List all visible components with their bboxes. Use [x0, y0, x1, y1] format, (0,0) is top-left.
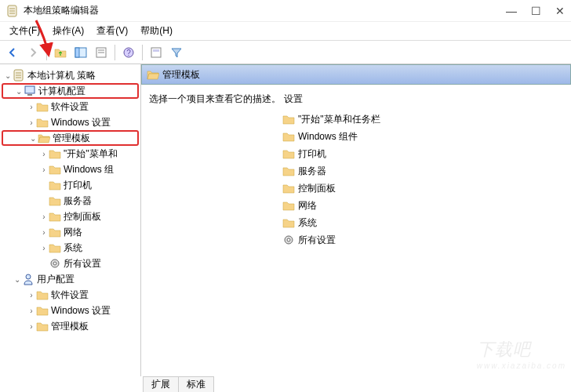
- folder-icon: [282, 113, 295, 125]
- tree-label: Windows 设置: [51, 116, 111, 129]
- settings-list[interactable]: 设置 "开始"菜单和任务栏 Windows 组件 打印机 服务器 控制面板 网络…: [282, 93, 563, 368]
- tree-label: 系统: [64, 241, 82, 255]
- computer-icon: [24, 85, 36, 97]
- tree-pane[interactable]: ⌄本地计算机 策略 ⌄计算机配置 ›软件设置 ›Windows 设置 ⌄管理模板…: [0, 64, 141, 376]
- item-label: 服务器: [298, 165, 326, 178]
- folder-open-icon: [38, 132, 50, 144]
- tree-root[interactable]: ⌄本地计算机 策略: [2, 67, 139, 83]
- folder-icon: [49, 163, 61, 176]
- folder-icon: [49, 179, 61, 191]
- tree-label: "开始"菜单和: [64, 147, 118, 161]
- description-text: 选择一个项目来查看它的描述。: [149, 93, 282, 368]
- folder-icon: [282, 130, 295, 143]
- folder-icon: [282, 165, 295, 177]
- folder-open-icon: [147, 68, 159, 81]
- svg-rect-17: [153, 49, 159, 52]
- forward-button[interactable]: [24, 43, 42, 62]
- folder-icon: [49, 226, 61, 238]
- gear-icon: [282, 234, 295, 246]
- list-item[interactable]: "开始"菜单和任务栏: [282, 111, 563, 128]
- tree-label: 软件设置: [51, 100, 89, 114]
- tab-extended[interactable]: 扩展: [143, 376, 179, 392]
- tree-user-admin[interactable]: ›管理模板: [2, 318, 139, 334]
- folder-icon: [282, 216, 295, 229]
- tree-user-windows[interactable]: ›Windows 设置: [2, 303, 139, 318]
- folder-icon: [49, 194, 61, 207]
- minimize-button[interactable]: —: [506, 5, 517, 17]
- scroll-icon: [13, 69, 25, 82]
- maximize-button[interactable]: ☐: [531, 5, 541, 17]
- toolbar-separator: [142, 45, 143, 60]
- item-label: 所有设置: [298, 234, 336, 247]
- toolbar-separator: [46, 45, 47, 60]
- properties-button[interactable]: [92, 43, 111, 62]
- app-icon: [6, 5, 19, 17]
- tree-label: 控制面板: [64, 210, 101, 223]
- tree-user-software[interactable]: ›软件设置: [2, 287, 139, 303]
- filter-options-button[interactable]: [147, 43, 165, 62]
- folder-icon: [36, 304, 49, 317]
- tree-printer[interactable]: 打印机: [2, 177, 139, 193]
- tree-label: Windows 设置: [51, 304, 111, 318]
- filter-button[interactable]: [167, 43, 186, 62]
- list-item[interactable]: Windows 组件: [282, 128, 563, 145]
- item-label: 系统: [298, 216, 317, 230]
- tree-all-settings[interactable]: 所有设置: [2, 256, 139, 271]
- tree-windows-settings[interactable]: ›Windows 设置: [2, 114, 139, 130]
- tree-label: 网络: [64, 226, 82, 239]
- list-item[interactable]: 控制面板: [282, 180, 563, 197]
- show-hide-tree-button[interactable]: [71, 43, 90, 62]
- tree-windows-components[interactable]: ›Windows 组: [2, 162, 139, 177]
- user-icon: [22, 273, 35, 285]
- tree-startmenu[interactable]: ›"开始"菜单和: [2, 146, 139, 162]
- tree-server[interactable]: 服务器: [2, 193, 139, 209]
- tree-label: 服务器: [64, 194, 92, 208]
- tree-software-settings[interactable]: ›软件设置: [2, 99, 139, 114]
- item-label: Windows 组件: [298, 130, 358, 143]
- tree-label: 打印机: [64, 179, 92, 192]
- folder-icon: [282, 182, 295, 194]
- list-item[interactable]: 网络: [282, 197, 563, 214]
- help-button[interactable]: ?: [119, 43, 138, 62]
- tree-label: 管理模板: [51, 320, 89, 333]
- window-title: 本地组策略编辑器: [24, 4, 506, 17]
- toolbar-separator: [115, 45, 115, 60]
- folder-icon: [36, 320, 49, 332]
- folder-icon: [36, 100, 49, 113]
- svg-text:?: ?: [126, 49, 131, 57]
- tree-label: 用户配置: [37, 273, 75, 286]
- menu-view[interactable]: 查看(V): [92, 23, 133, 39]
- svg-rect-16: [151, 48, 161, 57]
- tree-label: 管理模板: [53, 132, 90, 145]
- list-item[interactable]: 系统: [282, 214, 563, 231]
- list-item[interactable]: 打印机: [282, 145, 563, 162]
- item-label: "开始"菜单和任务栏: [298, 113, 380, 126]
- menu-file[interactable]: 文件(F): [5, 23, 45, 39]
- close-button[interactable]: ✕: [555, 5, 565, 17]
- menu-action[interactable]: 操作(A): [48, 23, 89, 39]
- folder-up-button[interactable]: [51, 43, 70, 62]
- tree-system[interactable]: ›系统: [2, 240, 139, 256]
- tree-computer-config[interactable]: ⌄计算机配置: [2, 83, 139, 99]
- tree-network[interactable]: ›网络: [2, 224, 139, 240]
- folder-icon: [49, 241, 61, 254]
- main-pane: 管理模板 选择一个项目来查看它的描述。 设置 "开始"菜单和任务栏 Window…: [141, 64, 571, 376]
- folder-icon: [282, 199, 295, 212]
- back-button[interactable]: [3, 43, 22, 62]
- tree-user-config[interactable]: ⌄用户配置: [2, 271, 139, 287]
- item-label: 打印机: [298, 147, 326, 161]
- column-header-settings[interactable]: 设置: [282, 93, 563, 106]
- list-item[interactable]: 服务器: [282, 162, 563, 180]
- list-item[interactable]: 所有设置: [282, 231, 563, 249]
- menu-help[interactable]: 帮助(H): [136, 23, 177, 39]
- tree-admin-templates[interactable]: ⌄管理模板: [2, 130, 139, 146]
- tab-standard[interactable]: 标准: [179, 376, 214, 392]
- folder-icon: [282, 147, 295, 160]
- tree-control-panel[interactable]: ›控制面板: [2, 209, 139, 224]
- gear-icon: [49, 257, 61, 270]
- tree-label: Windows 组: [64, 163, 114, 176]
- main-header-title: 管理模板: [162, 68, 200, 82]
- tree-label: 计算机配置: [38, 85, 85, 98]
- svg-rect-10: [75, 48, 79, 57]
- main-header: 管理模板: [141, 64, 571, 85]
